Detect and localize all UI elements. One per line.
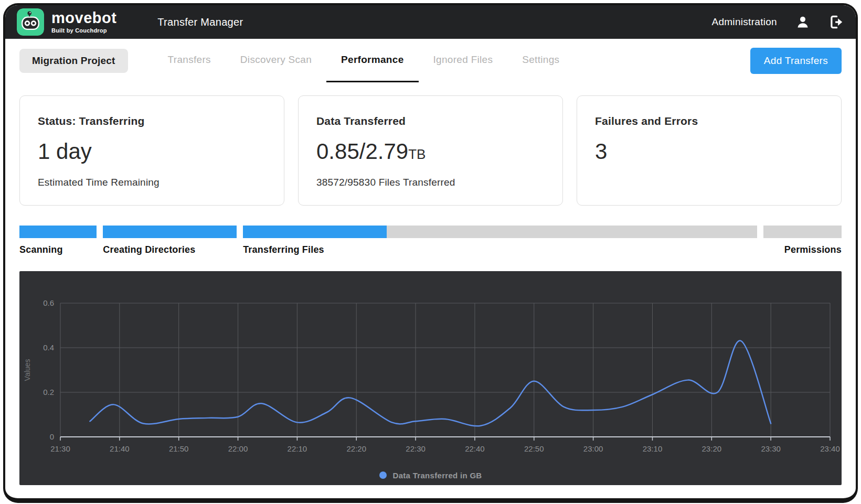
tab-performance[interactable]: Performance xyxy=(326,39,418,82)
svg-text:0.6: 0.6 xyxy=(43,298,54,307)
svg-text:21:40: 21:40 xyxy=(110,444,130,453)
logout-icon[interactable] xyxy=(828,14,844,30)
brand-name: movebot xyxy=(51,10,116,26)
failures-card: Failures and Errors 3 xyxy=(577,95,842,206)
stage-transferring-files-label: Transferring Files xyxy=(243,244,757,255)
failures-card-value: 3 xyxy=(595,139,823,164)
data-card-unit: TB xyxy=(408,146,426,162)
status-card-value: 1 day xyxy=(38,139,266,164)
stage-creating-directories-bar xyxy=(103,226,237,238)
page-title: Transfer Manager xyxy=(157,16,243,28)
chart-legend[interactable]: Data Transferred in GB xyxy=(19,466,842,484)
svg-text:21:50: 21:50 xyxy=(169,444,189,453)
tab-discovery-scan[interactable]: Discovery Scan xyxy=(226,39,326,82)
data-card-title: Data Transferred xyxy=(316,115,545,127)
tabs: Transfers Discovery Scan Performance Ign… xyxy=(153,39,575,82)
administration-link[interactable]: Administration xyxy=(711,16,777,28)
data-transferred-card: Data Transferred 0.85/2.79TB 38572/95830… xyxy=(298,95,563,206)
svg-text:23:00: 23:00 xyxy=(583,444,603,453)
stage-scanning: Scanning xyxy=(19,226,97,255)
brand-tagline: Built by Couchdrop xyxy=(51,27,116,34)
failures-card-title: Failures and Errors xyxy=(595,115,823,127)
tab-ignored-files[interactable]: Ignored Files xyxy=(419,39,508,82)
status-card-subtitle: Estimated Time Remaining xyxy=(38,177,266,188)
data-card-subtitle: 38572/95830 Files Transferred xyxy=(316,177,545,188)
top-bar: movebot Built by Couchdrop Transfer Mana… xyxy=(5,5,856,39)
svg-text:22:20: 22:20 xyxy=(346,444,366,453)
svg-text:22:50: 22:50 xyxy=(524,444,544,453)
svg-text:23:30: 23:30 xyxy=(761,444,781,453)
add-transfers-button[interactable]: Add Transfers xyxy=(750,48,842,74)
svg-text:21:30: 21:30 xyxy=(50,444,70,453)
svg-text:0: 0 xyxy=(50,432,54,441)
stage-scanning-bar xyxy=(19,226,97,238)
stage-creating-directories: Creating Directories xyxy=(103,226,237,255)
migration-stage-progress: Scanning Creating Directories Transferri… xyxy=(5,206,856,255)
svg-text:23:20: 23:20 xyxy=(702,444,722,453)
svg-text:22:30: 22:30 xyxy=(406,444,426,453)
top-bar-right: Administration xyxy=(711,14,844,30)
stage-scanning-label: Scanning xyxy=(19,244,97,255)
tab-row: Migration Project Transfers Discovery Sc… xyxy=(5,39,856,82)
stat-cards: Status: Transferring 1 day Estimated Tim… xyxy=(5,82,856,206)
svg-text:0.2: 0.2 xyxy=(43,388,54,396)
stage-creating-directories-label: Creating Directories xyxy=(103,244,237,255)
svg-text:23:40: 23:40 xyxy=(820,444,840,453)
status-card-title: Status: Transferring xyxy=(38,115,266,127)
tab-settings[interactable]: Settings xyxy=(507,39,574,82)
performance-chart-panel: 21:3021:4021:5022:0022:1022:2022:3022:40… xyxy=(19,271,842,485)
legend-dot-icon xyxy=(379,471,387,479)
svg-text:22:10: 22:10 xyxy=(288,444,307,453)
app-window: movebot Built by Couchdrop Transfer Mana… xyxy=(3,3,858,503)
stage-permissions-label: Permissions xyxy=(763,244,842,255)
brand-text: movebot Built by Couchdrop xyxy=(51,10,116,34)
data-card-value: 0.85/2.79TB xyxy=(316,139,545,164)
movebot-logo-icon[interactable] xyxy=(17,8,44,36)
svg-text:Values: Values xyxy=(23,359,31,381)
status-card: Status: Transferring 1 day Estimated Tim… xyxy=(19,95,284,206)
legend-label: Data Transferred in GB xyxy=(393,471,482,480)
tab-transfers[interactable]: Transfers xyxy=(153,39,226,82)
line-chart: 21:3021:4021:5022:0022:1022:2022:3022:40… xyxy=(19,271,842,466)
svg-text:0.4: 0.4 xyxy=(43,343,54,352)
svg-text:23:10: 23:10 xyxy=(643,444,663,453)
data-card-amount: 0.85/2.79 xyxy=(316,139,408,164)
stage-permissions: Permissions xyxy=(763,226,842,255)
svg-text:22:40: 22:40 xyxy=(465,444,485,453)
stage-transferring-files-bar xyxy=(243,226,757,238)
stage-transferring-files: Transferring Files xyxy=(243,226,757,255)
svg-text:22:00: 22:00 xyxy=(228,444,248,453)
migration-project-button[interactable]: Migration Project xyxy=(19,49,128,73)
user-icon[interactable] xyxy=(795,14,811,30)
stage-permissions-bar xyxy=(763,226,842,238)
